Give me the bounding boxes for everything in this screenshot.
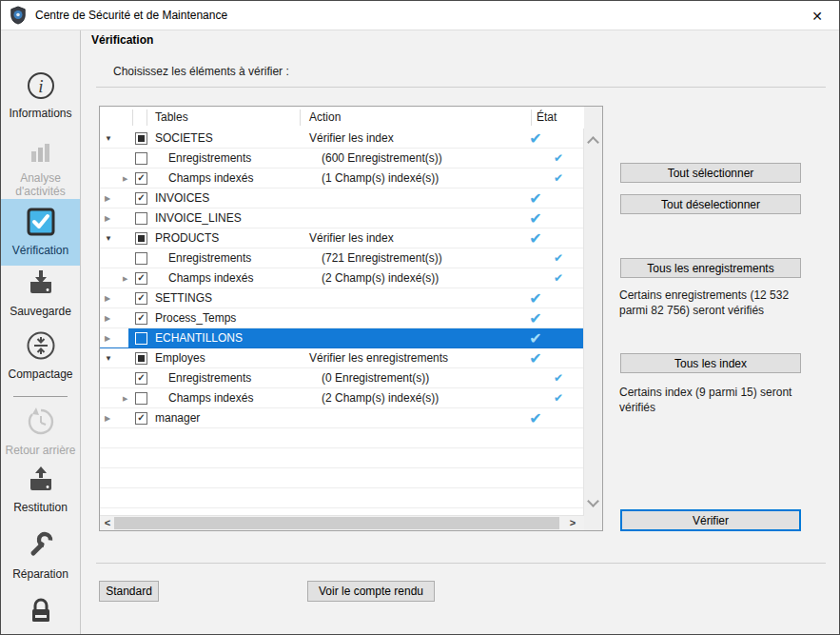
status-check-icon: ✔ bbox=[524, 189, 547, 208]
deselect-all-button[interactable]: Tout déselectionner bbox=[620, 194, 801, 214]
header-separator bbox=[147, 109, 147, 126]
standard-button[interactable]: Standard bbox=[99, 581, 159, 602]
row-checkbox-mixed[interactable] bbox=[135, 232, 147, 245]
row-checkbox-checked[interactable]: ✓ bbox=[135, 272, 147, 285]
records-note: Certains enregistrements (12 532 parmi 8… bbox=[619, 288, 817, 318]
table-row[interactable]: ▼PRODUCTSVérifier les index✔ bbox=[100, 228, 584, 248]
status-check-icon: ✔ bbox=[547, 368, 570, 388]
verify-button[interactable]: Vérifier bbox=[620, 509, 801, 531]
expand-triangle-icon[interactable]: ▶ bbox=[105, 308, 110, 328]
empty-table-row bbox=[100, 428, 584, 448]
column-header-tables[interactable]: Tables bbox=[155, 107, 188, 128]
table-name: INVOICES bbox=[155, 189, 209, 208]
table-row[interactable]: ▼EmployesVérifier les enregistrements✔ bbox=[100, 348, 584, 368]
status-check-icon: ✔ bbox=[547, 149, 570, 169]
sidebar-item-restitution[interactable]: Restitution bbox=[1, 465, 80, 524]
sidebar-item-reparation[interactable]: Réparation bbox=[1, 529, 80, 588]
status-check-icon: ✔ bbox=[524, 208, 547, 228]
table-row[interactable]: ▶INVOICE_LINES✔ bbox=[100, 208, 584, 228]
sidebar-item-informations[interactable]: iInformations bbox=[1, 70, 80, 126]
row-checkbox-unchecked[interactable] bbox=[135, 392, 147, 405]
arrow-left-icon[interactable]: < bbox=[101, 516, 114, 530]
report-button[interactable]: Voir le compte rendu bbox=[307, 581, 435, 602]
row-checkbox-unchecked[interactable] bbox=[135, 212, 147, 225]
expand-triangle-icon[interactable]: ▶ bbox=[105, 408, 110, 428]
sidebar-item-analyse-activites[interactable]: Analyse d'activités bbox=[1, 137, 80, 200]
expand-triangle-icon[interactable]: ▶ bbox=[123, 388, 127, 408]
header-separator bbox=[132, 109, 133, 126]
table-name: ECHANTILLONS bbox=[155, 328, 243, 348]
table-row[interactable]: ✓Enregistrements(0 Enregistrement(s))✔ bbox=[100, 368, 584, 388]
chevron-up-icon[interactable] bbox=[587, 136, 599, 149]
index-note: Certains index (9 parmi 15) seront vérif… bbox=[619, 385, 817, 415]
table-row[interactable]: ▶✓INVOICES✔ bbox=[100, 189, 584, 208]
status-check-icon: ✔ bbox=[524, 408, 547, 428]
all-index-button[interactable]: Tous les index bbox=[620, 353, 801, 373]
table-row[interactable]: ▶✓Champs indexés(1 Champ(s) indexé(s))✔ bbox=[100, 169, 584, 189]
table-name: Process_Temps bbox=[155, 308, 236, 328]
action-text: (600 Enregistrement(s)) bbox=[322, 149, 442, 169]
row-checkbox-mixed[interactable] bbox=[135, 352, 147, 365]
table-row[interactable]: Enregistrements(721 Enregistrement(s))✔ bbox=[100, 248, 584, 268]
expand-triangle-icon[interactable]: ▶ bbox=[105, 288, 110, 308]
table-name: INVOICE_LINES bbox=[155, 208, 242, 228]
all-records-button[interactable]: Tous les enregistrements bbox=[620, 258, 801, 278]
row-checkbox-checked[interactable]: ✓ bbox=[135, 192, 147, 205]
select-all-button[interactable]: Tout sélectionner bbox=[620, 163, 801, 183]
horizontal-scrollbar[interactable]: < > bbox=[100, 515, 584, 530]
row-checkbox-mixed[interactable] bbox=[135, 132, 147, 145]
status-check-icon: ✔ bbox=[524, 328, 547, 348]
column-header-action[interactable]: Action bbox=[309, 107, 341, 128]
table-row[interactable]: ▶✓SETTINGS✔ bbox=[100, 288, 584, 308]
table-body: ▼SOCIETESVérifier les index✔Enregistreme… bbox=[100, 129, 584, 515]
collapse-triangle-icon[interactable]: ▼ bbox=[105, 228, 112, 248]
sidebar-item-sauvegarde[interactable]: Sauvegarde bbox=[1, 268, 80, 327]
expand-triangle-icon[interactable]: ▶ bbox=[123, 268, 127, 288]
sidebar-item-label: Compactage bbox=[1, 367, 80, 381]
table-name: Champs indexés bbox=[168, 268, 253, 288]
table-prompt: Choisissez les éléments à vérifier : bbox=[113, 65, 289, 78]
collapse-triangle-icon[interactable]: ▼ bbox=[105, 129, 112, 149]
row-checkbox-unchecked[interactable] bbox=[135, 332, 147, 345]
table-row[interactable]: ▼SOCIETESVérifier les index✔ bbox=[100, 129, 584, 149]
collapse-triangle-icon[interactable]: ▼ bbox=[105, 348, 112, 368]
expand-triangle-icon[interactable]: ▶ bbox=[123, 169, 127, 189]
expand-triangle-icon[interactable]: ▶ bbox=[105, 189, 110, 208]
header-separator bbox=[300, 109, 301, 126]
table-row[interactable]: ▶Champs indexés(2 Champ(s) indexé(s))✔ bbox=[100, 388, 584, 408]
expand-triangle-icon[interactable]: ▶ bbox=[105, 208, 110, 228]
close-icon[interactable]: ✕ bbox=[807, 7, 828, 26]
bottom-divider bbox=[96, 563, 826, 564]
empty-table-row bbox=[100, 488, 584, 508]
vertical-scrollbar[interactable] bbox=[583, 129, 602, 515]
table-row[interactable]: ▶✓Champs indexés(2 Champ(s) indexé(s))✔ bbox=[100, 268, 584, 288]
table-row[interactable]: ▶✓Process_Temps✔ bbox=[100, 308, 584, 328]
window-title: Centre de Sécurité et de Maintenance bbox=[35, 9, 227, 22]
sidebar-item-chiffrement[interactable]: Chiffrement bbox=[1, 596, 80, 635]
expand-triangle-icon[interactable]: ▶ bbox=[105, 328, 110, 348]
action-text: (2 Champ(s) indexé(s)) bbox=[322, 388, 439, 408]
column-header-etat[interactable]: État bbox=[537, 107, 557, 128]
sidebar-item-compactage[interactable]: Compactage bbox=[1, 329, 80, 390]
action-text: Vérifier les enregistrements bbox=[309, 348, 448, 368]
row-checkbox-checked[interactable]: ✓ bbox=[135, 412, 147, 425]
action-text: (721 Enregistrement(s)) bbox=[322, 248, 442, 268]
chevron-down-icon[interactable] bbox=[587, 495, 599, 507]
row-checkbox-checked[interactable]: ✓ bbox=[135, 292, 147, 305]
status-check-icon: ✔ bbox=[547, 268, 570, 288]
row-checkbox-unchecked[interactable] bbox=[135, 252, 147, 265]
sidebar-item-retour-arriere[interactable]: Retour arrière bbox=[1, 406, 80, 468]
sidebar-item-verification[interactable]: Vérification bbox=[1, 199, 80, 266]
row-checkbox-checked[interactable]: ✓ bbox=[135, 372, 147, 385]
table-row[interactable]: Enregistrements(600 Enregistrement(s))✔ bbox=[100, 149, 584, 169]
action-text: Vérifier les index bbox=[309, 129, 394, 149]
row-checkbox-unchecked[interactable] bbox=[135, 152, 147, 165]
row-checkbox-checked[interactable]: ✓ bbox=[135, 312, 147, 325]
arrow-right-icon[interactable]: > bbox=[566, 516, 579, 530]
horizontal-scroll-thumb[interactable] bbox=[114, 517, 559, 529]
row-checkbox-checked[interactable]: ✓ bbox=[135, 172, 147, 185]
table-row[interactable]: ▶✓manager✔ bbox=[100, 408, 584, 428]
table-row[interactable]: ▶ECHANTILLONS✔ bbox=[100, 328, 584, 348]
empty-table-row bbox=[100, 468, 584, 488]
checkbox-check-icon bbox=[1, 206, 80, 241]
